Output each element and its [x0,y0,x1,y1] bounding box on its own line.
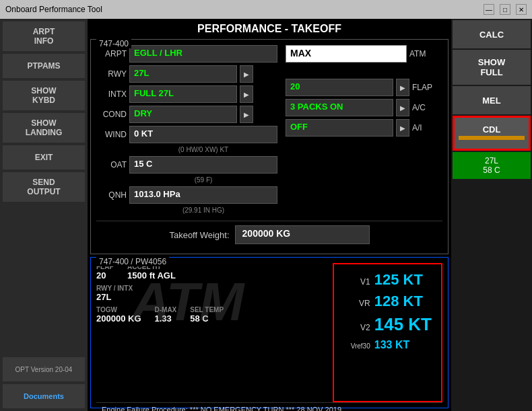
qnh-sub: (29.91 IN HG) [129,207,277,214]
packs-label: A/C [412,103,426,112]
results-section: 747-400 / PW4056 ATM FLAP 20 ACCEL HT 15… [90,257,448,408]
ai-arrow[interactable]: ▶ [396,119,409,137]
intx-row: INTX FULL 27L ▶ [96,85,277,103]
tw-input[interactable]: 200000 KG [235,225,370,244]
left-form-col: ARPT EGLL / LHR RWY 27L ▶ INTX FULL 27L … [96,45,277,217]
max-input[interactable]: MAX [286,45,407,63]
maximize-button[interactable]: □ [500,4,510,15]
v2-value: 145 KT [374,314,432,335]
info-27l-text: 27L58 C [457,156,527,175]
v2-row: V2 145 KT [343,314,432,335]
dmax-field: D-MAX 1.33 [155,306,177,324]
window-controls: — □ ✕ [484,4,527,15]
cdl-orange-bar [459,136,525,140]
cdl-button[interactable]: CDL [453,116,531,151]
cond-arrow[interactable]: ▶ [240,106,253,123]
sidebar-item-show-kybd[interactable]: SHOWKYBD [3,81,85,110]
rwy-label: RWY [96,69,127,79]
cdl-label: CDL [459,124,525,135]
engine-failure-text: Engine Failure Procedure: *** NO EMERGEN… [96,402,442,411]
vref30-value: 133 KT [374,339,409,351]
accelht-result-value: 1500 ft AGL [127,270,176,281]
seltemp-field: SEL TEMP 58 C [190,306,224,324]
qnh-row: QNH 1013.0 HPa [96,186,277,204]
sidebar-item-ptpams[interactable]: PTPAMS [3,54,85,78]
rwy-row: RWY 27L ▶ [96,65,277,83]
packs-input[interactable]: 3 PACKS ON [286,99,393,116]
results-aircraft-label: 747-400 / PW4056 [96,257,169,266]
ai-row: OFF ▶ A/I [286,119,442,137]
wind-input[interactable]: 0 KT [129,126,277,143]
v1-value: 125 KT [374,271,423,289]
flap-result-value: 20 [96,270,114,281]
flap-input[interactable]: 20 [286,79,393,96]
minimize-button[interactable]: — [484,4,494,15]
results-row-2: RWY / INTX 27L [96,285,327,302]
arpt-label: ARPT [96,49,127,59]
right-panel: CALC SHOWFULL MEL CDL 27L58 C [451,19,532,411]
qnh-label: QNH [96,190,127,200]
main-layout: ARPTINFO PTPAMS SHOWKYBD SHOWLANDING EXI… [0,19,532,411]
sidebar-item-exit[interactable]: EXIT [3,145,85,170]
results-row-3: TOGW 200000 KG D-MAX 1.33 SEL TEMP 58 C [96,306,327,324]
app-title: Onboard Performance Tool [5,5,102,14]
sidebar-item-documents[interactable]: Documents [3,384,85,408]
v2-label: V2 [343,323,370,332]
packs-arrow[interactable]: ▶ [396,99,409,116]
qnh-input[interactable]: 1013.0 HPa [129,186,277,204]
sidebar-item-arpt-info[interactable]: ARPTINFO [3,22,85,51]
vr-value: 128 KT [374,293,423,310]
left-sidebar: ARPTINFO PTPAMS SHOWKYBD SHOWLANDING EXI… [0,19,88,411]
atm-label: ATM [409,49,426,59]
intx-arrow[interactable]: ▶ [240,85,253,103]
flap-row: 20 ▶ FLAP [286,79,442,96]
rwy-input[interactable]: 27L [129,65,237,83]
ai-label: A/I [412,123,422,133]
arpt-input[interactable]: EGLL / LHR [129,45,277,63]
ai-input[interactable]: OFF [286,119,393,137]
cond-row: COND DRY ▶ [96,106,277,123]
flap-arrow[interactable]: ▶ [396,79,409,96]
calc-button[interactable]: CALC [453,20,531,48]
info-27l: 27L58 C [453,152,531,179]
mel-button[interactable]: MEL [453,86,531,114]
aircraft-label: 747-400 [96,39,131,48]
tw-label: Takeoff Weight: [169,230,229,240]
vr-label: VR [343,299,370,308]
top-section: 747-400 ARPT EGLL / LHR RWY 27L ▶ [90,39,448,254]
togw-result-value: 200000 KG [96,313,141,324]
max-row: MAX ATM [286,45,442,63]
results-layout: FLAP 20 ACCEL HT 1500 ft AGL RWY / INTX … [96,263,442,402]
rwyintx-field: RWY / INTX 27L [96,285,133,302]
flap-label: FLAP [412,83,432,92]
close-button[interactable]: ✕ [516,4,527,15]
takeoff-weight-row: Takeoff Weight: 200000 KG [96,221,442,244]
oat-input[interactable]: 15 C [129,156,277,174]
dmax-result-value: 1.33 [155,313,177,324]
seltemp-result-label: SEL TEMP [190,306,224,313]
packs-row: 3 PACKS ON ▶ A/C [286,99,442,116]
sidebar-item-show-landing[interactable]: SHOWLANDING [3,113,85,143]
oat-row: OAT 15 C [96,156,277,174]
oat-label: OAT [96,160,127,170]
rwyintx-result-value: 27L [96,292,133,302]
rwy-arrow[interactable]: ▶ [240,65,253,83]
speed-box: V1 125 KT VR 128 KT V2 145 KT Vref30 133… [333,263,442,402]
top-form-layout: ARPT EGLL / LHR RWY 27L ▶ INTX FULL 27L … [96,45,442,217]
rwyintx-result-label: RWY / INTX [96,285,133,292]
title-bar: Onboard Performance Tool — □ ✕ [0,0,532,19]
dmax-result-label: D-MAX [155,306,177,313]
vref30-row: Vref30 133 KT [343,339,432,351]
wind-label: WIND [96,130,127,139]
togw-result-label: TOGW [96,306,141,313]
cond-input[interactable]: DRY [129,106,237,123]
vr-row: VR 128 KT [343,293,432,310]
show-full-button[interactable]: SHOWFULL [453,50,531,85]
page-title: PERFORMANCE - TAKEOFF [88,19,451,39]
sidebar-item-send-output[interactable]: SENDOUTPUT [3,172,85,202]
v1-label: V1 [343,277,370,287]
wind-sub: (0 HW/0 XW) KT [129,146,277,153]
v1-row: V1 125 KT [343,271,432,289]
wind-row: WIND 0 KT [96,126,277,143]
intx-input[interactable]: FULL 27L [129,85,237,103]
